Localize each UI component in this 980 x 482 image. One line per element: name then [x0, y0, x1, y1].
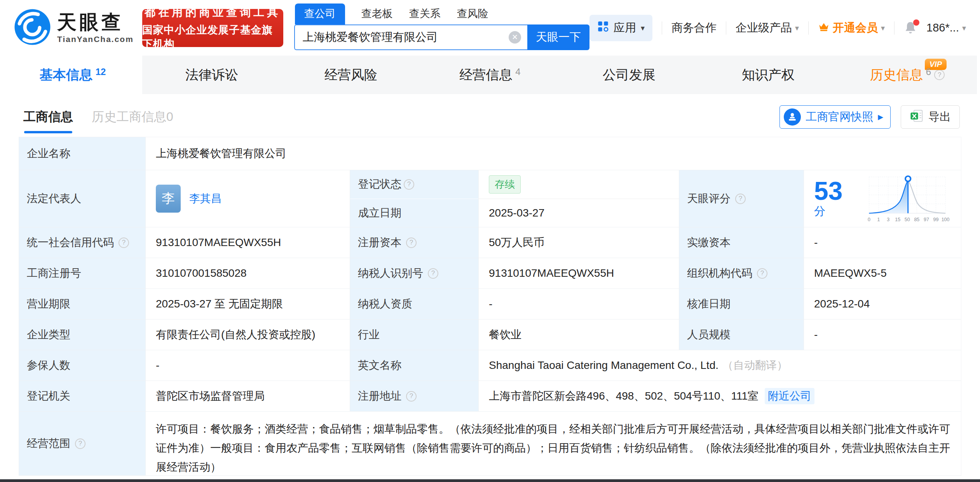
field-label-english-name: 英文名称 [350, 350, 478, 381]
field-label-reg-capital: 注册资本 ? [350, 227, 478, 258]
subtab-business-info[interactable]: 工商信息 [23, 108, 73, 126]
tab-intellectual-property[interactable]: 知识产权 [699, 56, 838, 94]
svg-text:3: 3 [887, 217, 890, 222]
field-label-reg-address: 注册地址 ? [350, 381, 478, 411]
svg-text:100: 100 [942, 217, 950, 222]
divider [726, 21, 726, 35]
clear-icon[interactable]: ✕ [509, 31, 521, 44]
stamp-icon [784, 108, 801, 126]
field-value-business-term: 2025-03-27 至 无固定期限 [146, 289, 350, 319]
brand-name: 天眼查 [57, 12, 134, 33]
field-label-company-name: 企业名称 [19, 137, 145, 170]
vip-button[interactable]: 开通会员 ▾ [818, 20, 885, 36]
field-value-staff-size: - [804, 320, 961, 350]
snapshot-button[interactable]: 工商官网快照 ▶ [779, 105, 891, 129]
field-label-legal-rep: 法定代表人 [19, 170, 145, 227]
search-tab-company[interactable]: 查公司 [295, 3, 345, 24]
field-value-taxpayer-quality: - [479, 289, 679, 319]
enterprise-label: 企业级产品 [736, 20, 792, 36]
score-value: 53 [814, 176, 842, 205]
svg-text:50: 50 [905, 217, 910, 222]
help-icon[interactable]: ? [757, 268, 767, 279]
nav-business-cooperation[interactable]: 商务合作 [671, 20, 717, 36]
field-label-approval-date: 核准日期 [679, 289, 804, 319]
page-header: 天眼查 TianYanCha.com 都在用的商业查询工具 国家中小企业发展子基… [0, 0, 980, 56]
tab-count: 4 [515, 66, 520, 77]
header-nav: 应用 ▾ 商务合作 企业级产品 ▾ 开通会员 ▾ [589, 15, 966, 41]
help-icon[interactable]: ? [119, 238, 129, 248]
company-search-input[interactable] [294, 24, 527, 50]
svg-text:0: 0 [868, 217, 870, 222]
tab-operation-risk[interactable]: 经营风险 [281, 56, 420, 94]
stacked-labels: 登记状态 ? 成立日期 [350, 170, 478, 227]
field-value-insured-count: - [146, 350, 350, 381]
tab-label: 历史信息 [870, 66, 923, 84]
help-icon[interactable]: ? [404, 179, 414, 190]
field-value-approval-date: 2025-12-04 [804, 289, 961, 319]
help-icon[interactable]: ? [735, 194, 746, 204]
caret-down-icon: ▾ [641, 23, 645, 33]
tab-history-info[interactable]: VIP 历史信息 6 ? [838, 56, 977, 94]
tab-label: 公司发展 [603, 66, 656, 84]
score-distribution-chart: 0 1 3 15 50 85 97 99 100 [864, 173, 951, 224]
field-label-taxpayer-id: 纳税人识别号 ? [350, 258, 478, 288]
apps-button[interactable]: 应用 ▾ [589, 15, 652, 41]
search-box: ✕ 天眼一下 [294, 24, 589, 50]
search-area: 查公司 查老板 查关系 查风险 ✕ 天眼一下 [294, 6, 589, 50]
field-value-business-scope: 许可项目：餐饮服务；酒类经营；食品销售；烟草制品零售。（依法须经批准的项目，经相… [146, 412, 961, 475]
field-value-reg-number: 310107001585028 [146, 258, 350, 288]
field-value-paid-capital: - [804, 227, 961, 258]
help-icon[interactable]: ? [406, 391, 417, 402]
legal-rep-avatar[interactable]: 李 [156, 185, 181, 213]
field-label-unified-code: 统一社会信用代码 ? [19, 227, 145, 258]
tab-label: 知识产权 [742, 66, 795, 84]
help-icon[interactable]: ? [934, 70, 945, 80]
notification-bell[interactable] [904, 21, 917, 35]
svg-text:97: 97 [924, 217, 929, 222]
export-button[interactable]: 导出 [901, 105, 960, 129]
help-icon[interactable]: ? [406, 238, 417, 248]
svg-text:85: 85 [914, 217, 920, 222]
search-tab-boss[interactable]: 查老板 [361, 7, 393, 24]
company-info-table: 企业名称 上海桃爱餐饮管理有限公司 法定代表人 李 李其昌 登记状态 ? 成立日… [19, 137, 961, 476]
eye-icon [14, 9, 51, 47]
field-value-english-name: Shanghai Taoai Catering Management Co., … [479, 350, 961, 381]
promo-banner[interactable]: 都在用的商业查询工具 国家中小企业发展子基金旗下机构 [142, 9, 283, 47]
caret-down-icon: ▾ [795, 23, 799, 33]
tab-company-development[interactable]: 公司发展 [560, 56, 699, 94]
divider [662, 21, 662, 35]
subtab-history-business-info[interactable]: 历史工商信息0 [92, 108, 173, 126]
user-menu[interactable]: 186*... ▾ [926, 21, 966, 34]
tab-label: 经营信息 [459, 66, 512, 84]
notification-dot [913, 19, 919, 26]
help-icon[interactable]: ? [428, 268, 438, 279]
nav-enterprise-products[interactable]: 企业级产品 ▾ [736, 20, 799, 36]
svg-text:99: 99 [933, 217, 939, 222]
field-label-business-term: 营业期限 [19, 289, 145, 319]
search-tab-relation[interactable]: 查关系 [409, 7, 441, 24]
promo-line-2: 国家中小企业发展子基金旗下机构 [142, 23, 283, 51]
search-tab-risk[interactable]: 查风险 [457, 7, 488, 24]
field-value-industry: 餐饮业 [479, 320, 679, 350]
legal-rep-link[interactable]: 李其昌 [189, 191, 222, 206]
grid-icon [597, 21, 609, 35]
search-tabs: 查公司 查老板 查关系 查风险 [294, 6, 589, 24]
help-icon[interactable]: ? [75, 438, 85, 449]
promo-line-1: 都在用的商业查询工具 [145, 5, 281, 20]
apps-label: 应用 [614, 20, 636, 36]
field-value-reg-capital: 50万人民币 [479, 227, 679, 258]
tab-basic-info[interactable]: 基本信息 12 [3, 56, 142, 94]
tab-label: 基本信息 [40, 66, 92, 84]
field-label-reg-authority: 登记机关 [19, 381, 145, 411]
caret-down-icon: ▾ [962, 23, 966, 33]
tab-legal-litigation[interactable]: 法律诉讼 [142, 56, 281, 94]
subtab-row: 工商信息 历史工商信息0 工商官网快照 ▶ [3, 94, 977, 128]
field-value-company-name: 上海桃爱餐饮管理有限公司 [146, 137, 961, 170]
nearby-companies-link[interactable]: 附近公司 [765, 388, 814, 404]
legal-rep-cell: 李 李其昌 [146, 170, 350, 227]
tianyancha-logo[interactable]: 天眼查 TianYanCha.com [14, 9, 134, 47]
search-button[interactable]: 天眼一下 [527, 24, 589, 50]
field-value-unified-code: 91310107MAEEQWX55H [146, 227, 350, 258]
field-label-staff-size: 人员规模 [679, 320, 804, 350]
tab-operation-info[interactable]: 经营信息 4 [420, 56, 560, 94]
